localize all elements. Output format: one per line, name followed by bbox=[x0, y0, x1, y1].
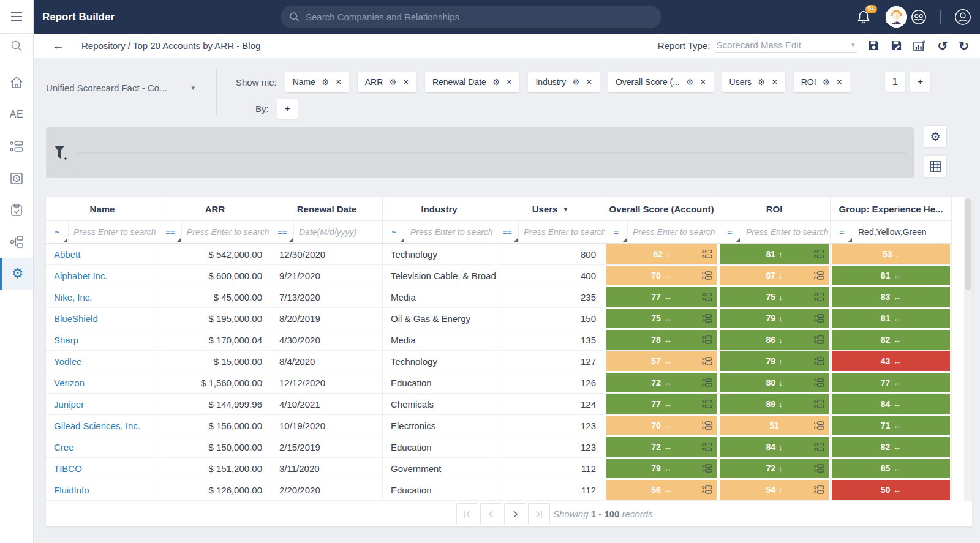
vertical-scrollbar[interactable] bbox=[964, 197, 972, 501]
global-search[interactable] bbox=[281, 6, 662, 28]
column-header-users[interactable]: Users▼ bbox=[496, 197, 605, 220]
score-pill[interactable]: 62↑ bbox=[606, 244, 717, 264]
filter-bar[interactable] bbox=[46, 127, 914, 178]
page-number-button[interactable]: 1 bbox=[885, 72, 905, 92]
sidebar-item-ae[interactable]: AE bbox=[0, 99, 33, 130]
field-chip[interactable]: Users⚙✕ bbox=[722, 72, 785, 92]
operator-select[interactable]: = bbox=[831, 221, 853, 243]
search-input[interactable] bbox=[306, 12, 624, 22]
score-pill[interactable]: 89↓ bbox=[720, 394, 829, 414]
close-icon[interactable]: ✕ bbox=[403, 78, 409, 86]
score-pill[interactable]: 85↔ bbox=[832, 459, 950, 478]
score-pill[interactable]: 70↔ bbox=[606, 266, 717, 285]
community-button[interactable] bbox=[911, 9, 927, 25]
score-pill[interactable]: 83↔ bbox=[832, 287, 950, 307]
gear-icon[interactable]: ⚙ bbox=[572, 77, 580, 87]
score-pill[interactable]: 79↓ bbox=[720, 309, 829, 328]
sidebar-item-scorecards[interactable] bbox=[0, 130, 33, 162]
operator-select[interactable]: == bbox=[496, 221, 519, 243]
scrollbar-thumb[interactable] bbox=[965, 198, 971, 290]
company-link[interactable]: Cree bbox=[54, 442, 74, 452]
field-chip[interactable]: ROI⚙✕ bbox=[794, 72, 850, 92]
sidebar-item-tasks[interactable] bbox=[0, 194, 33, 226]
company-link[interactable]: Yodlee bbox=[54, 356, 81, 367]
score-pill[interactable]: 82↔ bbox=[832, 437, 950, 457]
filter-input[interactable]: Press Enter to search bbox=[519, 221, 605, 243]
score-pill[interactable]: 43↔ bbox=[832, 351, 950, 371]
company-link[interactable]: FluidInfo bbox=[54, 485, 89, 495]
operator-select[interactable]: == bbox=[159, 221, 182, 243]
field-chip[interactable]: Renewal Date⚙✕ bbox=[425, 72, 520, 92]
gear-icon[interactable]: ⚙ bbox=[823, 77, 831, 87]
notifications-button[interactable]: 9+ bbox=[857, 10, 870, 24]
score-pill[interactable]: 67↓ bbox=[720, 266, 829, 285]
sidebar-item-home[interactable] bbox=[0, 67, 33, 99]
score-pill[interactable]: 79↔ bbox=[606, 459, 717, 478]
score-pill[interactable]: 56↔ bbox=[606, 480, 717, 500]
save-button[interactable] bbox=[868, 40, 880, 51]
score-pill[interactable]: 80↓ bbox=[720, 373, 829, 392]
sidebar-item-settings[interactable]: ⚙ bbox=[0, 258, 33, 290]
add-group-by-button[interactable]: + bbox=[277, 99, 298, 119]
operator-select[interactable]: = bbox=[718, 221, 741, 243]
score-pill[interactable]: 71↔ bbox=[832, 416, 950, 435]
table-settings-button[interactable]: ⚙ bbox=[924, 125, 947, 148]
filter-input[interactable]: Press Enter to search bbox=[628, 221, 718, 243]
close-icon[interactable]: ✕ bbox=[586, 78, 592, 86]
company-link[interactable]: Gilead Sciences, Inc. bbox=[54, 421, 140, 431]
operator-select[interactable]: ~ bbox=[383, 221, 405, 243]
field-chip[interactable]: Industry⚙✕ bbox=[528, 72, 599, 92]
close-icon[interactable]: ✕ bbox=[836, 78, 842, 86]
add-filter-button[interactable] bbox=[53, 144, 69, 164]
score-pill[interactable]: 75↓ bbox=[720, 287, 829, 307]
report-type-select[interactable]: Scorecard Mass Edit ▾ bbox=[715, 39, 857, 53]
gear-icon[interactable]: ⚙ bbox=[686, 77, 694, 87]
filter-input[interactable]: Date(M/d/yyyy) bbox=[294, 221, 382, 243]
column-header-name[interactable]: Name bbox=[46, 197, 159, 220]
sidebar-search[interactable] bbox=[0, 34, 33, 58]
field-chip[interactable]: ARR⚙✕ bbox=[358, 72, 417, 92]
score-pill[interactable]: 77↔ bbox=[606, 394, 717, 414]
close-icon[interactable]: ✕ bbox=[336, 78, 342, 86]
score-pill[interactable]: 81↔ bbox=[832, 266, 950, 285]
chart-view-button[interactable] bbox=[913, 40, 926, 51]
operator-select[interactable]: = bbox=[605, 221, 628, 243]
score-pill[interactable]: 51 bbox=[720, 416, 829, 435]
gear-icon[interactable]: ⚙ bbox=[322, 77, 330, 87]
operator-select[interactable]: ~ bbox=[46, 221, 69, 243]
field-chip[interactable]: Name⚙✕ bbox=[285, 72, 349, 92]
company-link[interactable]: BlueShield bbox=[54, 313, 98, 324]
score-pill[interactable]: 72↓ bbox=[720, 459, 829, 478]
score-pill[interactable]: 75↔ bbox=[606, 309, 717, 328]
company-link[interactable]: Sharp bbox=[54, 335, 78, 345]
filter-input[interactable]: Press Enter to search bbox=[182, 221, 271, 243]
column-header-group[interactable]: Group: Experience He... bbox=[831, 197, 952, 220]
field-chip[interactable]: Overall Score (...⚙✕ bbox=[608, 72, 714, 92]
save-as-button[interactable] bbox=[891, 40, 902, 51]
gear-icon[interactable]: ⚙ bbox=[758, 77, 766, 87]
hamburger-menu[interactable] bbox=[0, 0, 33, 34]
dataset-select[interactable]: Unified Scorecard Fact - Co... ▾ bbox=[46, 83, 195, 93]
score-pill[interactable]: 79↑ bbox=[720, 351, 829, 371]
undo-button[interactable]: ↺ bbox=[937, 40, 948, 52]
next-page-button[interactable] bbox=[504, 503, 526, 525]
add-page-button[interactable]: + bbox=[910, 72, 930, 92]
score-pill[interactable]: 81↑ bbox=[720, 244, 829, 264]
score-pill[interactable]: 82↔ bbox=[832, 330, 950, 350]
company-link[interactable]: Verizon bbox=[54, 378, 85, 388]
prev-page-button[interactable] bbox=[480, 503, 502, 525]
column-header-overall[interactable]: Overall Score (Account) bbox=[605, 197, 718, 220]
filter-value[interactable]: Red,Yellow,Green bbox=[853, 221, 951, 243]
score-pill[interactable]: 57↔ bbox=[606, 351, 717, 371]
column-header-renewal[interactable]: Renewal Date bbox=[271, 197, 383, 220]
table-view-button[interactable] bbox=[924, 155, 947, 178]
operator-select[interactable]: == bbox=[271, 221, 294, 243]
company-link[interactable]: TIBCO bbox=[54, 463, 82, 474]
score-pill[interactable]: 72↔ bbox=[606, 437, 717, 457]
score-pill[interactable]: 53↓ bbox=[832, 244, 950, 264]
close-icon[interactable]: ✕ bbox=[506, 78, 512, 86]
first-page-button[interactable] bbox=[456, 503, 478, 525]
sort-desc-icon[interactable]: ▼ bbox=[562, 206, 568, 212]
close-icon[interactable]: ✕ bbox=[699, 78, 706, 86]
company-link[interactable]: Nike, Inc. bbox=[54, 292, 92, 302]
